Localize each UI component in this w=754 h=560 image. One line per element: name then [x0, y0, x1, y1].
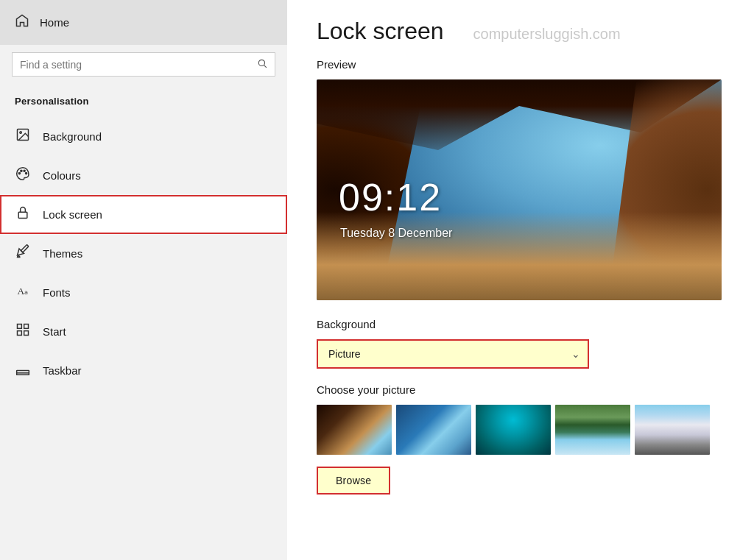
browse-button[interactable]: Browse: [317, 467, 390, 495]
main-content: Lock screen computersluggish.com Preview…: [287, 0, 754, 560]
thumbnail-5-image: [635, 405, 710, 455]
preview-time: 09:12: [339, 175, 442, 219]
thumbnail-4[interactable]: [555, 405, 630, 455]
svg-text:Aₐ: Aₐ: [18, 286, 29, 297]
search-icon: [257, 58, 267, 71]
palette-icon: [15, 166, 31, 185]
svg-rect-8: [18, 212, 27, 218]
svg-rect-13: [18, 331, 22, 336]
svg-line-1: [264, 65, 267, 68]
svg-rect-14: [24, 331, 29, 336]
picture-thumbnails: [317, 405, 725, 455]
search-input[interactable]: [20, 59, 257, 71]
choose-picture-section: Choose your picture Browse: [317, 383, 725, 495]
sidebar-item-lock-screen-label: Lock screen: [43, 208, 102, 221]
svg-point-5: [21, 170, 22, 171]
brush-icon: [15, 244, 31, 263]
cave-bottom-overlay: [317, 212, 722, 300]
thumbnail-1-image: [317, 405, 392, 455]
sidebar-item-colours[interactable]: Colours: [0, 156, 287, 195]
sidebar-item-fonts[interactable]: Aₐ Fonts: [0, 273, 287, 312]
svg-point-7: [26, 173, 27, 174]
start-icon: [15, 322, 31, 341]
sidebar-item-themes[interactable]: Themes: [0, 234, 287, 273]
page-header: Lock screen computersluggish.com: [317, 18, 725, 45]
sidebar-item-colours-label: Colours: [43, 169, 81, 182]
thumbnail-2-image: [396, 405, 471, 455]
search-container: [0, 45, 287, 88]
page-title: Lock screen: [317, 18, 444, 45]
thumbnail-4-image: [555, 405, 630, 455]
svg-rect-12: [24, 325, 29, 329]
thumbnail-2[interactable]: [396, 405, 471, 455]
sidebar-item-themes-label: Themes: [43, 247, 82, 260]
font-icon: Aₐ: [15, 283, 31, 302]
thumbnail-3-image: [476, 405, 551, 455]
image-icon: [15, 127, 31, 146]
sidebar-home-button[interactable]: Home: [0, 0, 287, 45]
sidebar-item-start-label: Start: [43, 325, 66, 338]
background-dropdown-wrapper: Windows spotlight Picture Slideshow ⌄: [317, 339, 589, 369]
sidebar: Home Personalisation Background: [0, 0, 287, 560]
thumbnail-5[interactable]: [635, 405, 710, 455]
preview-date: Tuesday 8 December: [340, 227, 452, 240]
svg-rect-11: [18, 325, 22, 329]
taskbar-icon: [15, 361, 31, 380]
sidebar-item-taskbar[interactable]: Taskbar: [0, 351, 287, 390]
svg-point-4: [18, 173, 20, 174]
home-icon: [15, 13, 29, 32]
sidebar-item-start[interactable]: Start: [0, 312, 287, 351]
svg-point-0: [258, 60, 264, 65]
sidebar-item-taskbar-label: Taskbar: [43, 364, 82, 377]
preview-label: Preview: [317, 58, 725, 71]
thumbnail-3[interactable]: [476, 405, 551, 455]
choose-picture-label: Choose your picture: [317, 383, 725, 396]
background-section: Background Windows spotlight Picture Sli…: [317, 318, 725, 369]
background-label: Background: [317, 318, 725, 330]
sidebar-item-background[interactable]: Background: [0, 117, 287, 156]
thumbnail-1[interactable]: [317, 405, 392, 455]
sidebar-item-fonts-label: Fonts: [43, 286, 71, 299]
home-label: Home: [40, 16, 69, 29]
svg-point-3: [20, 132, 21, 134]
personalisation-label: Personalisation: [0, 88, 287, 117]
search-box: [12, 52, 275, 77]
background-dropdown[interactable]: Windows spotlight Picture Slideshow: [317, 339, 589, 369]
preview-container: 09:12 Tuesday 8 December: [317, 79, 722, 300]
watermark: computersluggish.com: [473, 26, 621, 43]
sidebar-item-lock-screen[interactable]: Lock screen: [0, 195, 287, 234]
lock-icon: [15, 205, 31, 224]
svg-point-6: [24, 170, 25, 171]
sidebar-item-background-label: Background: [43, 130, 102, 143]
